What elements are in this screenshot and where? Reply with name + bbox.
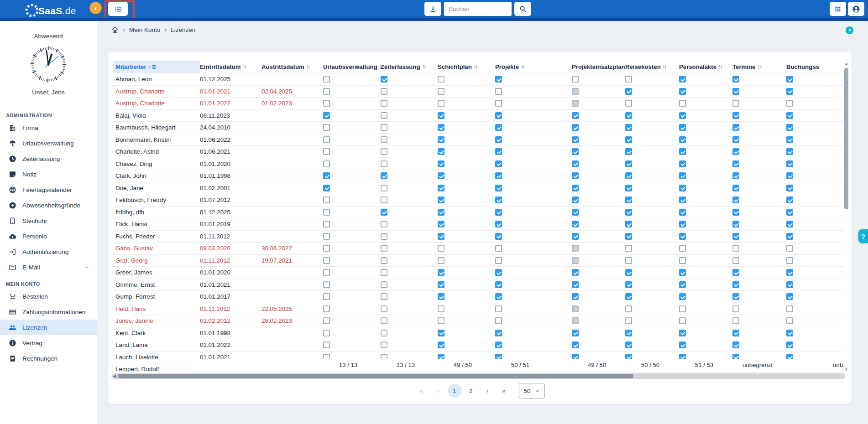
first-page-button[interactable]: «: [415, 384, 429, 398]
license-checkbox[interactable]: [438, 221, 444, 228]
license-checkbox[interactable]: [679, 305, 686, 312]
license-checkbox[interactable]: [786, 305, 793, 312]
license-checkbox[interactable]: [732, 124, 739, 131]
license-checkbox[interactable]: [438, 88, 444, 95]
license-checkbox[interactable]: [786, 136, 793, 143]
license-checkbox[interactable]: [786, 148, 793, 155]
license-checkbox[interactable]: [381, 293, 387, 300]
license-checkbox[interactable]: [495, 269, 502, 276]
license-checkbox[interactable]: [679, 293, 686, 300]
license-checkbox[interactable]: [438, 245, 444, 252]
license-checkbox[interactable]: [438, 136, 444, 143]
license-checkbox[interactable]: [323, 76, 330, 83]
license-checkbox[interactable]: [786, 245, 793, 252]
license-checkbox[interactable]: [495, 100, 502, 107]
license-checkbox[interactable]: [625, 76, 632, 83]
license-checkbox[interactable]: [495, 330, 502, 336]
license-checkbox[interactable]: [572, 281, 579, 288]
license-checkbox[interactable]: [679, 317, 686, 324]
previous-page-button[interactable]: ‹: [431, 384, 445, 398]
license-checkbox[interactable]: [438, 341, 444, 348]
license-checkbox[interactable]: [786, 257, 793, 264]
license-checkbox[interactable]: [625, 317, 632, 324]
license-checkbox[interactable]: [572, 269, 579, 276]
license-checkbox[interactable]: [438, 281, 444, 288]
license-checkbox[interactable]: [381, 185, 387, 191]
license-checkbox[interactable]: [732, 88, 739, 95]
license-checkbox[interactable]: [732, 317, 739, 324]
license-checkbox[interactable]: [381, 160, 387, 167]
license-checkbox[interactable]: [323, 317, 330, 324]
license-checkbox[interactable]: [625, 196, 632, 203]
license-checkbox[interactable]: [381, 196, 387, 203]
license-checkbox[interactable]: [495, 341, 502, 348]
column-header-austrittsdatum[interactable]: Austrittsdatum↑↓: [261, 61, 323, 73]
license-checkbox[interactable]: [438, 76, 444, 83]
license-checkbox[interactable]: [495, 317, 502, 324]
license-checkbox[interactable]: [495, 88, 502, 95]
license-checkbox[interactable]: [679, 221, 686, 228]
license-checkbox[interactable]: [786, 317, 793, 324]
license-checkbox[interactable]: [625, 221, 632, 228]
license-checkbox[interactable]: [732, 209, 739, 216]
license-checkbox[interactable]: [495, 148, 502, 155]
column-header-urlaubsverwaltung[interactable]: Urlaubsverwaltung↑↓: [323, 61, 381, 73]
license-checkbox[interactable]: [625, 112, 632, 119]
sidebar-item-abwesenheitsgr-nde[interactable]: Abwesenheitsgründe: [0, 197, 97, 213]
license-checkbox[interactable]: [438, 293, 444, 300]
license-checkbox[interactable]: [732, 76, 739, 83]
license-checkbox[interactable]: [572, 160, 579, 167]
license-checkbox[interactable]: [732, 112, 739, 119]
license-checkbox[interactable]: [323, 245, 330, 252]
breadcrumb-lizenzen[interactable]: Lizenzen: [171, 26, 195, 33]
license-checkbox[interactable]: [495, 76, 502, 83]
license-checkbox[interactable]: [572, 233, 579, 240]
license-checkbox[interactable]: [679, 245, 686, 252]
license-checkbox[interactable]: [438, 160, 444, 167]
license-checkbox[interactable]: [323, 124, 330, 131]
license-checkbox[interactable]: [786, 330, 793, 336]
license-checkbox[interactable]: [381, 136, 387, 143]
license-checkbox[interactable]: [679, 100, 686, 107]
column-header-projekteinsatzplan[interactable]: Projekteinsatzplan↑↓: [572, 61, 625, 73]
license-checkbox[interactable]: [679, 112, 686, 119]
license-checkbox[interactable]: [625, 257, 632, 264]
license-checkbox[interactable]: [679, 281, 686, 288]
breadcrumb-mein-konto[interactable]: Mein Konto: [129, 26, 160, 33]
license-checkbox[interactable]: [786, 269, 793, 276]
license-checkbox[interactable]: [438, 148, 444, 155]
license-checkbox[interactable]: [381, 269, 387, 276]
license-checkbox[interactable]: [438, 124, 444, 131]
license-checkbox[interactable]: [625, 293, 632, 300]
license-checkbox[interactable]: [495, 221, 502, 228]
license-checkbox[interactable]: [679, 160, 686, 167]
license-checkbox[interactable]: [495, 112, 502, 119]
license-checkbox[interactable]: [323, 148, 330, 155]
license-checkbox[interactable]: [381, 172, 387, 179]
sidebar-item-vertrag[interactable]: Vertrag: [0, 335, 97, 351]
license-checkbox[interactable]: [495, 293, 502, 300]
license-checkbox[interactable]: [679, 172, 686, 179]
license-checkbox[interactable]: [438, 233, 444, 240]
column-header-termine[interactable]: Termine↑↓: [732, 61, 786, 73]
license-checkbox[interactable]: [323, 209, 330, 216]
license-checkbox[interactable]: [438, 185, 444, 191]
license-checkbox[interactable]: [381, 221, 387, 228]
license-checkbox[interactable]: [495, 209, 502, 216]
license-checkbox[interactable]: [381, 245, 387, 252]
license-checkbox[interactable]: [786, 172, 793, 179]
sidebar-item-stechuhr[interactable]: Stechuhr: [0, 213, 97, 228]
license-checkbox[interactable]: [381, 257, 387, 264]
license-checkbox[interactable]: [572, 136, 579, 143]
license-checkbox[interactable]: [732, 257, 739, 264]
license-checkbox[interactable]: [438, 330, 444, 336]
license-checkbox[interactable]: [786, 293, 793, 300]
license-checkbox[interactable]: [786, 341, 793, 348]
scroll-up-icon[interactable]: ▲: [843, 61, 849, 67]
license-checkbox[interactable]: [323, 330, 330, 336]
page-button-2[interactable]: 2: [464, 384, 478, 398]
sidebar-item-bestellen[interactable]: Bestellen: [0, 289, 97, 304]
license-checkbox[interactable]: [323, 100, 330, 107]
license-checkbox[interactable]: [381, 100, 387, 107]
page-size-select[interactable]: 50: [519, 383, 545, 398]
